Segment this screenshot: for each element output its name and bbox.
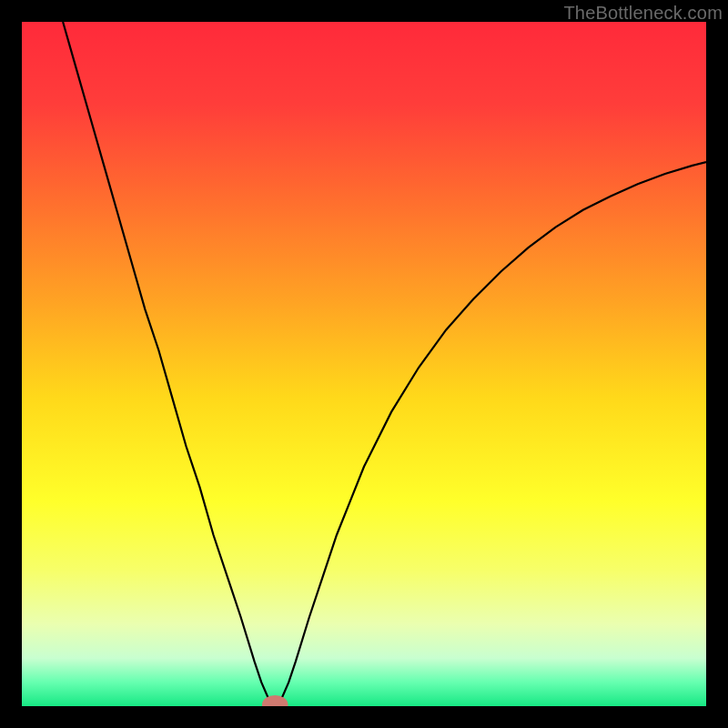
bottleneck-chart	[22, 22, 706, 706]
chart-frame	[22, 22, 706, 706]
watermark-text: TheBottleneck.com	[563, 3, 723, 24]
gradient-background	[22, 22, 706, 706]
minimum-marker	[266, 699, 285, 706]
